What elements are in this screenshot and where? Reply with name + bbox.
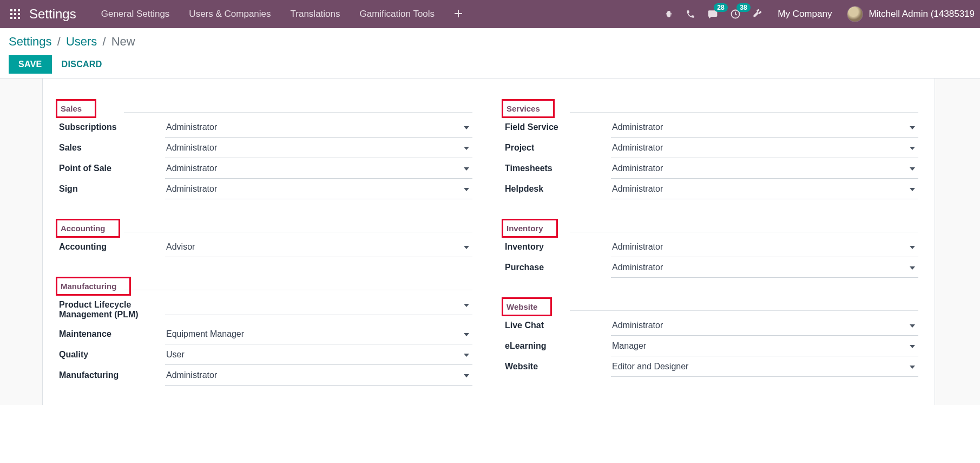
chevron-down-icon xyxy=(464,354,469,357)
field-label: Project xyxy=(505,139,611,157)
svg-rect-5 xyxy=(18,13,20,15)
field-select-purchase[interactable]: Administrator xyxy=(611,258,918,278)
field-select-elearning[interactable]: Manager xyxy=(611,337,918,356)
field-row: ManufacturingAdministrator xyxy=(59,366,472,386)
field-label: Sales xyxy=(59,139,165,157)
field-select-inventory[interactable]: Administrator xyxy=(611,238,918,257)
field-select-field-service[interactable]: Administrator xyxy=(611,118,918,138)
field-select-live-chat[interactable]: Administrator xyxy=(611,316,918,336)
field-row: Field ServiceAdministrator xyxy=(505,118,918,138)
field-row: SubscriptionsAdministrator xyxy=(59,118,472,138)
chevron-down-icon xyxy=(464,246,469,249)
nav-item-gamification[interactable]: Gamification Tools xyxy=(350,0,445,28)
field-label: Helpdesk xyxy=(505,180,611,198)
field-row: Live ChatAdministrator xyxy=(505,316,918,336)
company-switcher[interactable]: My Company xyxy=(778,9,832,19)
section-rule xyxy=(570,112,918,113)
messages-badge: 28 xyxy=(714,3,727,12)
field-select-sales[interactable]: Administrator xyxy=(165,139,472,158)
field-label: Point of Sale xyxy=(59,159,165,178)
crumb-users[interactable]: Users xyxy=(66,35,97,48)
field-select-quality[interactable]: User xyxy=(165,345,472,365)
chevron-down-icon xyxy=(910,147,915,150)
section-rule xyxy=(570,310,918,311)
svg-rect-7 xyxy=(14,17,16,19)
nav-menu: General Settings Users & Companies Trans… xyxy=(91,0,472,28)
user-menu[interactable]: Mitchell Admin (14385319 xyxy=(847,6,975,22)
field-select-maintenance[interactable]: Equipment Manager xyxy=(165,325,472,344)
field-label: Product Lifecycle Management (PLM) xyxy=(59,296,165,324)
section-rule xyxy=(124,112,472,113)
form-sheet: SalesSubscriptionsAdministratorSalesAdmi… xyxy=(42,79,935,405)
navbar: Settings General Settings Users & Compan… xyxy=(0,0,980,28)
field-select-sign[interactable]: Administrator xyxy=(165,180,472,199)
chevron-down-icon xyxy=(464,126,469,129)
field-label: Sign xyxy=(59,180,165,198)
field-label: Inventory xyxy=(505,238,611,256)
chevron-down-icon xyxy=(910,188,915,191)
chevron-down-icon xyxy=(464,304,469,307)
field-select-website[interactable]: Editor and Designer xyxy=(611,357,918,377)
field-label: Purchase xyxy=(505,258,611,277)
svg-rect-6 xyxy=(10,17,12,19)
chevron-down-icon xyxy=(464,188,469,191)
section-head-accounting: Accounting xyxy=(56,219,120,238)
form-bg: SalesSubscriptionsAdministratorSalesAdmi… xyxy=(0,79,980,405)
field-label: Live Chat xyxy=(505,316,611,335)
field-row: InventoryAdministrator xyxy=(505,238,918,257)
left-column: SalesSubscriptionsAdministratorSalesAdmi… xyxy=(59,94,472,400)
field-select-subscriptions[interactable]: Administrator xyxy=(165,118,472,138)
apps-icon[interactable] xyxy=(10,9,21,19)
svg-rect-0 xyxy=(10,9,12,11)
chevron-down-icon xyxy=(910,246,915,249)
field-label: Subscriptions xyxy=(59,118,165,136)
field-select-manufacturing[interactable]: Administrator xyxy=(165,366,472,386)
field-row: SalesAdministrator xyxy=(59,139,472,158)
activities-icon[interactable]: 38 xyxy=(730,9,741,19)
cp-buttons: SAVE DISCARD xyxy=(9,55,971,74)
field-select-helpdesk[interactable]: Administrator xyxy=(611,180,918,199)
field-row: Product Lifecycle Management (PLM) xyxy=(59,296,472,324)
field-row: WebsiteEditor and Designer xyxy=(505,357,918,377)
user-name: Mitchell Admin (14385319 xyxy=(869,9,975,19)
field-row: PurchaseAdministrator xyxy=(505,258,918,278)
chevron-down-icon xyxy=(910,266,915,270)
bug-icon[interactable] xyxy=(664,9,674,19)
chevron-down-icon xyxy=(910,167,915,171)
control-panel: Settings / Users / New SAVE DISCARD xyxy=(0,28,980,79)
field-row: TimesheetsAdministrator xyxy=(505,159,918,179)
section-rule xyxy=(570,232,918,232)
chevron-down-icon xyxy=(464,167,469,171)
field-row: MaintenanceEquipment Manager xyxy=(59,325,472,344)
nav-item-translations[interactable]: Translations xyxy=(281,0,350,28)
field-select-timesheets[interactable]: Administrator xyxy=(611,159,918,179)
chevron-down-icon xyxy=(464,147,469,150)
field-select-point-of-sale[interactable]: Administrator xyxy=(165,159,472,179)
nav-new-icon[interactable] xyxy=(444,7,472,21)
discard-button[interactable]: DISCARD xyxy=(62,60,102,69)
chevron-down-icon xyxy=(910,366,915,369)
svg-rect-3 xyxy=(10,13,12,15)
messages-icon[interactable]: 28 xyxy=(707,9,718,19)
nav-item-users[interactable]: Users & Companies xyxy=(179,0,280,28)
app-title[interactable]: Settings xyxy=(29,6,76,22)
field-select-accounting[interactable]: Advisor xyxy=(165,238,472,257)
section-head-manufacturing: Manufacturing xyxy=(56,277,131,296)
nav-item-general[interactable]: General Settings xyxy=(91,0,180,28)
section-head-sales: Sales xyxy=(56,99,96,118)
field-row: ProjectAdministrator xyxy=(505,139,918,158)
field-select-project[interactable]: Administrator xyxy=(611,139,918,158)
field-select-product-lifecycle-management-plm-[interactable] xyxy=(165,296,472,315)
field-row: SignAdministrator xyxy=(59,180,472,199)
field-label: eLearning xyxy=(505,337,611,355)
activities-badge: 38 xyxy=(736,3,750,12)
field-label: Field Service xyxy=(505,118,611,136)
svg-rect-10 xyxy=(455,13,462,14)
phone-icon[interactable] xyxy=(686,9,695,19)
save-button[interactable]: SAVE xyxy=(9,55,52,74)
field-row: AccountingAdvisor xyxy=(59,238,472,257)
field-label: Website xyxy=(505,357,611,376)
crumb-settings[interactable]: Settings xyxy=(9,35,52,48)
field-label: Timesheets xyxy=(505,159,611,178)
tools-icon[interactable] xyxy=(753,9,762,19)
